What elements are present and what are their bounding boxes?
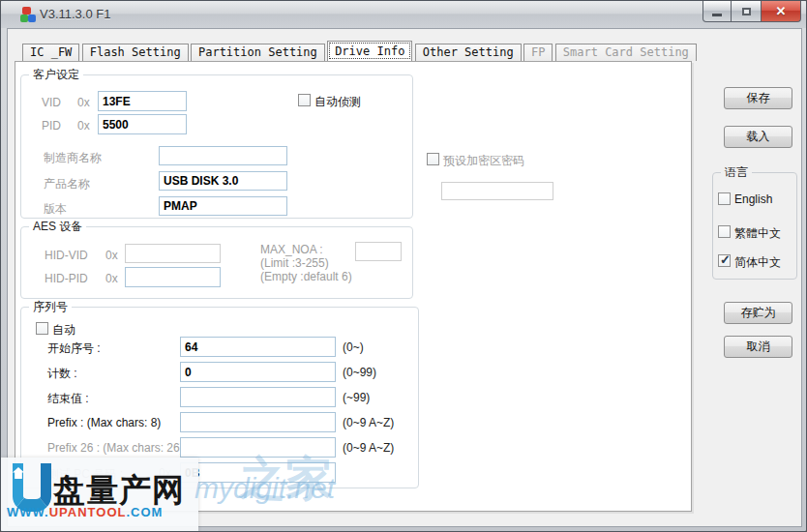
count-input[interactable] xyxy=(180,362,336,382)
app-window: V3.11.3.0 F1 ✕ IC _FW Flash Setting Part… xyxy=(0,0,807,532)
tab-flash-setting[interactable]: Flash Setting xyxy=(82,44,189,61)
tab-partition-setting[interactable]: Partition Setting xyxy=(191,44,325,61)
auto-detect-checkbox[interactable] xyxy=(298,94,311,106)
preset-password-checkbox[interactable] xyxy=(427,153,439,165)
watermark-url-www: WWW. xyxy=(7,505,49,519)
tab-smart-card-setting[interactable]: Smart Card Setting xyxy=(555,44,697,61)
pid-input[interactable] xyxy=(98,114,187,134)
language-simplified-label: 简体中文 xyxy=(734,254,781,271)
hid-pid-label: HID-PID xyxy=(45,272,88,285)
max-noa-label-line3: (Empty :default 6) xyxy=(260,270,352,283)
vid-input[interactable] xyxy=(98,91,187,111)
end-value-input[interactable] xyxy=(180,387,336,407)
tab-strip: IC _FW Flash Setting Partition Setting D… xyxy=(22,44,696,62)
language-group-title: 语言 xyxy=(721,164,752,181)
watermark-url-name: UPANTOOL xyxy=(49,505,127,519)
product-name-input[interactable] xyxy=(159,171,287,191)
language-traditional-label: 繁體中文 xyxy=(734,225,781,242)
watermark-mydigit-text: mydigit.net xyxy=(194,472,335,505)
close-icon: ✕ xyxy=(776,4,787,18)
max-noa-input[interactable] xyxy=(355,242,402,261)
vid-label: VID xyxy=(42,96,61,109)
auto-detect-label: 自动侦测 xyxy=(314,94,361,110)
tab-other-setting[interactable]: Other Setting xyxy=(415,44,522,61)
count-hint: (0~99) xyxy=(343,366,376,379)
prefix-hint: (0~9 A~Z) xyxy=(343,416,394,429)
window-controls: ✕ xyxy=(702,1,801,22)
pid-hex-prefix: 0x xyxy=(77,119,90,133)
title-bar[interactable]: V3.11.3.0 F1 xyxy=(1,1,806,28)
tab-ic-fw[interactable]: IC _FW xyxy=(22,44,79,61)
preset-password-input[interactable] xyxy=(441,182,553,200)
language-english-label: English xyxy=(734,192,772,206)
version-input[interactable] xyxy=(159,196,287,216)
cancel-button[interactable]: 取消 xyxy=(724,336,792,358)
save-button[interactable]: 保存 xyxy=(724,87,792,109)
aes-device-title: AES 设备 xyxy=(29,219,86,235)
serial-auto-label: 自动 xyxy=(52,322,75,339)
prefix26-hint: (0~9 A~Z) xyxy=(343,441,394,455)
hid-pid-hex-prefix: 0x xyxy=(105,272,118,285)
customer-settings-title: 客户设定 xyxy=(29,67,83,83)
language-traditional-checkbox[interactable] xyxy=(718,225,731,238)
start-serial-hint: (0~) xyxy=(343,340,364,354)
maximize-button[interactable] xyxy=(732,1,761,22)
prefix-label: Prefix : (Max chars: 8) xyxy=(47,416,161,429)
minimize-icon xyxy=(712,14,722,16)
language-english-checkbox[interactable] xyxy=(718,192,731,205)
end-value-label: 结束值 : xyxy=(47,391,89,407)
start-serial-label: 开始序号 : xyxy=(47,340,101,357)
product-name-label: 产品名称 xyxy=(44,176,90,192)
hid-vid-label: HID-VID xyxy=(45,249,88,262)
tab-drive-info[interactable]: Drive Info xyxy=(327,41,412,61)
maximize-icon xyxy=(742,8,751,15)
count-label: 计数 : xyxy=(47,366,77,382)
manufacturer-input[interactable] xyxy=(159,146,287,165)
minimize-button[interactable] xyxy=(702,1,732,22)
prefix-input[interactable] xyxy=(180,412,336,432)
vid-hex-prefix: 0x xyxy=(77,96,90,109)
preset-password-label: 预设加密区密码 xyxy=(443,153,524,169)
hid-vid-input[interactable] xyxy=(125,244,221,263)
manufacturer-label: 制造商名称 xyxy=(44,150,102,166)
language-simplified-checkbox[interactable] xyxy=(718,254,731,267)
version-label: 版本 xyxy=(44,201,67,218)
serial-number-title: 序列号 xyxy=(29,299,72,315)
pid-label: PID xyxy=(42,119,61,133)
load-button[interactable]: 载入 xyxy=(724,126,792,148)
end-value-hint: (~99) xyxy=(343,391,370,404)
tab-fp[interactable]: FP xyxy=(523,44,553,61)
start-serial-input[interactable] xyxy=(180,337,336,357)
serial-auto-checkbox[interactable] xyxy=(36,322,48,335)
close-button[interactable]: ✕ xyxy=(761,1,801,22)
prefix26-label: Prefix 26 : (Max chars: 26) xyxy=(47,441,184,455)
watermark-box: 盘量产网 WWW.UPANTOOL.COM xyxy=(1,458,198,532)
save-as-button[interactable]: 存贮为 xyxy=(724,302,792,324)
max-noa-label-line1: MAX_NOA : xyxy=(260,243,323,256)
watermark-url-com: .COM xyxy=(126,505,163,519)
hid-pid-input[interactable] xyxy=(125,267,221,287)
window-title: V3.11.3.0 F1 xyxy=(40,7,110,21)
hid-vid-hex-prefix: 0x xyxy=(105,249,118,262)
app-icon xyxy=(20,7,36,22)
watermark-url: WWW.UPANTOOL.COM xyxy=(7,505,163,519)
max-noa-label-line2: (Limit :3-255) xyxy=(260,256,329,270)
